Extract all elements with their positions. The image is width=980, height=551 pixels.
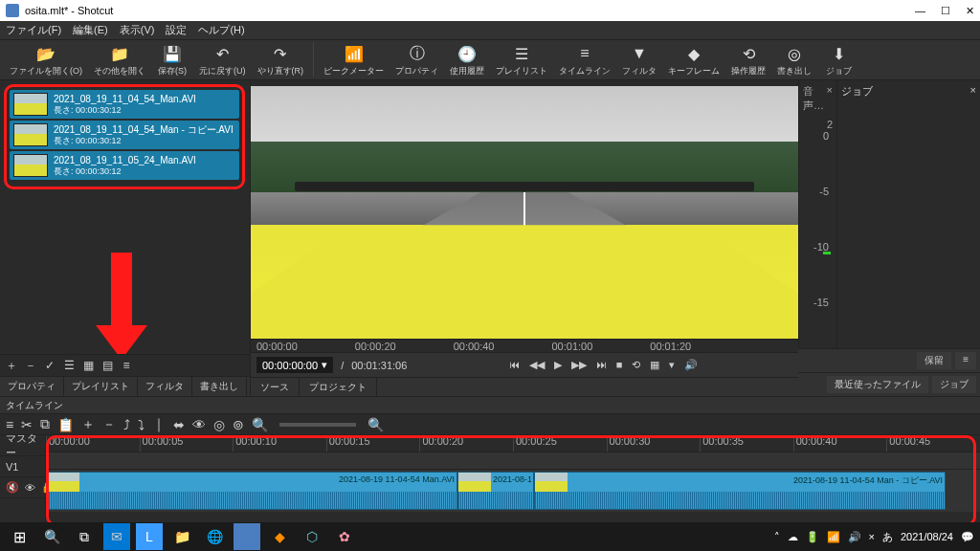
timeline-clip[interactable]: 2021-08-19 11-04-54 Man.AVI	[46, 472, 457, 510]
volume-icon[interactable]: 🔊	[684, 359, 698, 371]
append-icon[interactable]: ＋	[81, 416, 95, 433]
timeline-clip[interactable]: 2021-08-19 11-04-54 Man.AVI	[457, 472, 534, 510]
remove-icon[interactable]: －	[102, 416, 116, 433]
zoom-slider[interactable]	[279, 423, 356, 427]
loop-icon[interactable]: ⟲	[632, 359, 640, 371]
overwrite-icon[interactable]: ⤵	[138, 417, 145, 432]
system-tray[interactable]: ˄ ☁ 🔋 📶 🔊 × あ 2021/08/24 💬	[774, 530, 975, 544]
list-view-icon[interactable]: ☰	[61, 358, 77, 373]
zoom-dropdown-icon[interactable]: ▾	[669, 359, 675, 371]
lift-icon[interactable]: ⤴	[123, 417, 130, 432]
taskview-icon[interactable]: ⧉	[71, 523, 98, 550]
app-icon[interactable]: L	[136, 523, 163, 550]
close-icon[interactable]: ×	[970, 84, 976, 99]
open-file-button[interactable]: 📂ファイルを開く(O)	[4, 42, 88, 79]
skip-end-icon[interactable]: ⏭	[596, 359, 607, 371]
timeline-tracks[interactable]: 00:00:0000:00:0500:00:10 00:00:1500:00:2…	[46, 435, 980, 528]
tab-recent[interactable]: 最近使ったファイル	[827, 376, 928, 393]
app-icon[interactable]: ✿	[331, 523, 358, 550]
close-icon[interactable]: ×	[827, 84, 833, 113]
app-icon[interactable]: ◆	[266, 523, 293, 550]
timeline-ruler[interactable]: 00:00:0000:00:0500:00:10 00:00:1500:00:2…	[46, 435, 980, 452]
playlist-button[interactable]: ☰プレイリスト	[490, 42, 553, 79]
shotcut-taskbar-icon[interactable]	[234, 523, 260, 550]
add-icon[interactable]: ＋	[4, 358, 19, 373]
remove-icon[interactable]: －	[23, 358, 38, 373]
playlist-item[interactable]: 2021_08_19_11_04_54_Man - コピー.AVI長さ: 00:…	[10, 121, 239, 149]
skip-start-icon[interactable]: ⏮	[509, 359, 520, 371]
play-icon[interactable]: ▶	[554, 359, 562, 371]
zoom-in-icon[interactable]: 🔍	[252, 417, 268, 432]
battery-icon[interactable]: 🔋	[806, 531, 819, 543]
hide-icon[interactable]: 👁	[25, 482, 35, 494]
menu-icon[interactable]: ≡	[955, 352, 976, 369]
open-other-button[interactable]: 📁その他を開く	[88, 42, 151, 79]
timeline-clip[interactable]: 2021-08-19 11-04-54 Man - コピー.AVI	[534, 472, 946, 510]
video-preview[interactable]	[251, 86, 798, 339]
menu-edit[interactable]: 編集(E)	[73, 23, 108, 37]
rewind-icon[interactable]: ◀◀	[529, 359, 545, 371]
undo-button[interactable]: ↶元に戻す(U)	[193, 42, 252, 79]
ime-mode-icon[interactable]: あ	[882, 530, 893, 544]
cut-icon[interactable]: ✂	[21, 417, 33, 432]
zoom-out-icon[interactable]: 🔍	[368, 417, 384, 432]
menu-help[interactable]: ヘルプ(H)	[198, 23, 244, 37]
maximize-button[interactable]: ☐	[941, 5, 950, 17]
job-button[interactable]: ⬇ジョブ	[817, 42, 859, 79]
snap-icon[interactable]: ⬌	[173, 417, 185, 432]
save-button[interactable]: 💾保存(S)	[151, 42, 193, 79]
close-button[interactable]: ✕	[966, 5, 974, 17]
hold-button[interactable]: 保留	[917, 352, 951, 369]
scrub-icon[interactable]: 👁	[192, 417, 206, 432]
volume-icon[interactable]: 🔊	[848, 531, 861, 543]
chrome-icon[interactable]: 🌐	[201, 523, 228, 550]
master-track[interactable]	[46, 452, 980, 470]
track-master[interactable]: マスター	[0, 435, 45, 456]
notification-icon[interactable]: 💬	[961, 531, 974, 543]
tiles-view-icon[interactable]: ▤	[100, 358, 115, 373]
app-icon[interactable]: ⬡	[299, 523, 325, 550]
menu-view[interactable]: 表示(V)	[120, 23, 155, 37]
filter-button[interactable]: ▼フィルタ	[616, 42, 662, 79]
copy-icon[interactable]: ⧉	[40, 416, 50, 432]
chevron-up-icon[interactable]: ˄	[774, 531, 780, 543]
peakmeter-button[interactable]: 📶ピークメーター	[318, 42, 390, 79]
redo-button[interactable]: ↷やり直す(R)	[252, 42, 310, 79]
explorer-icon[interactable]: 📁	[168, 523, 195, 550]
search-icon[interactable]: 🔍	[38, 523, 65, 550]
menu-settings[interactable]: 設定	[166, 23, 187, 37]
minimize-button[interactable]: —	[915, 5, 925, 17]
tab-export[interactable]: 書き出し	[192, 377, 247, 396]
start-button[interactable]: ⊞	[6, 523, 33, 550]
tab-jobs[interactable]: ジョブ	[932, 376, 976, 393]
menu-file[interactable]: ファイル(F)	[6, 23, 61, 37]
tab-properties[interactable]: プロパティ	[0, 377, 64, 396]
op-history-button[interactable]: ⟲操作履歴	[725, 42, 771, 79]
ripple-all-icon[interactable]: ⊚	[233, 417, 244, 432]
mute-icon[interactable]: 🔇	[6, 481, 19, 494]
playlist-item[interactable]: 2021_08_19_11_04_54_Man.AVI長さ: 00:00:30:…	[10, 90, 239, 119]
preview-ruler[interactable]: 00:00:00 00:00:20 00:00:40 00:01:00 00:0…	[251, 339, 798, 352]
menu-icon[interactable]: ≡	[6, 417, 13, 432]
history-button[interactable]: 🕘使用履歴	[444, 42, 490, 79]
cloud-icon[interactable]: ☁	[788, 531, 798, 543]
export-button[interactable]: ◎書き出し	[771, 42, 817, 79]
grid-icon[interactable]: ▦	[650, 359, 659, 371]
timeline-button[interactable]: ≡タイムライン	[553, 42, 616, 79]
video-track-1[interactable]: 2021-08-19 11-04-54 Man.AVI 2021-08-19 1…	[46, 470, 980, 512]
menu-icon[interactable]: ≡	[119, 358, 134, 373]
grid-view-icon[interactable]: ▦	[80, 358, 96, 373]
paste-icon[interactable]: 📋	[57, 417, 74, 432]
mail-icon[interactable]: ✉	[103, 523, 130, 550]
check-icon[interactable]: ✓	[42, 358, 57, 373]
wifi-icon[interactable]: 📶	[827, 531, 840, 543]
tab-project[interactable]: プロジェクト	[300, 378, 377, 396]
keyframe-button[interactable]: ◆キーフレーム	[662, 42, 725, 79]
tab-filter[interactable]: フィルタ	[138, 377, 192, 396]
ime-icon[interactable]: ×	[869, 531, 875, 542]
ripple-icon[interactable]: ◎	[213, 417, 225, 432]
timecode-current[interactable]: 00:00:00:00▾	[256, 357, 333, 373]
tab-playlist[interactable]: プレイリスト	[64, 377, 138, 396]
split-icon[interactable]: ｜	[152, 416, 166, 433]
properties-button[interactable]: ⓘプロパティ	[390, 42, 444, 79]
